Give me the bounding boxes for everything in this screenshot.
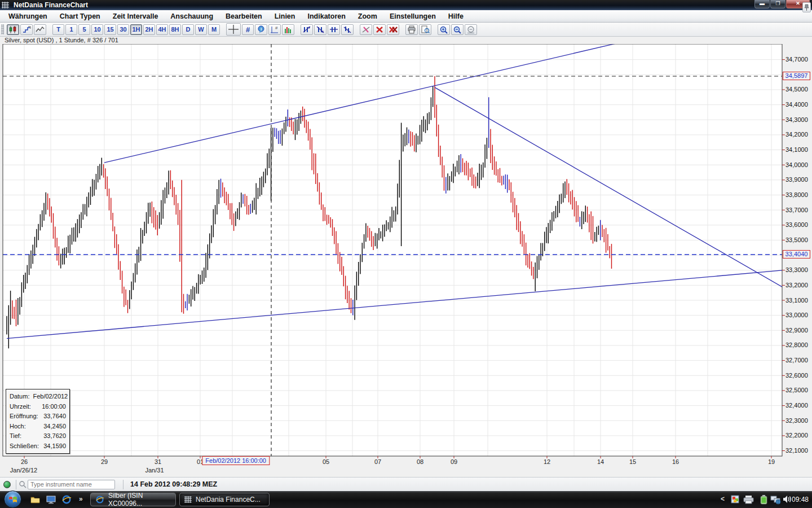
crosshair-date-label: Feb/02/2012 16:00:00	[202, 456, 270, 465]
start-button[interactable]	[4, 491, 21, 508]
x-axis-label: 31	[155, 458, 161, 465]
zoom-in-button[interactable]	[438, 24, 450, 35]
x-axis-label: 07	[374, 458, 381, 465]
toolbar: T151015301H2H4H8HDWM#i#	[0, 23, 812, 37]
trend-tool-2-icon	[316, 25, 325, 34]
y-axis-label: 34,1000	[785, 146, 808, 153]
menu-item-chart-typen[interactable]: Chart Typen	[54, 11, 107, 21]
menu-item-hilfe[interactable]: Hilfe	[442, 11, 470, 21]
minimize-button[interactable]: ▬	[754, 0, 770, 8]
y-axis-label: 33,9000	[785, 176, 808, 183]
print-preview-button[interactable]	[419, 24, 431, 35]
timeframe-t-button[interactable]: T	[52, 24, 64, 35]
delete-all-lines-button[interactable]	[387, 24, 399, 35]
timeframe-10-button[interactable]: 10	[91, 24, 103, 35]
quicklaunch-ie-icon[interactable]	[61, 494, 72, 505]
menu-item-einstellungen[interactable]: Einstellungen	[383, 11, 442, 21]
remove-line-icon	[361, 25, 370, 34]
crosshair-icon	[228, 24, 239, 34]
status-timestamp: 14 Feb 2012 09:48:29 MEZ	[130, 480, 217, 488]
remove-line-button[interactable]	[360, 24, 372, 35]
timeframe-w-button[interactable]: W	[195, 24, 207, 35]
taskbar-button-2[interactable]: NetDania FinanceC...	[179, 493, 270, 506]
pin-icon[interactable]	[802, 2, 811, 12]
zoom-out-button[interactable]	[451, 24, 464, 35]
y-axis-label: 32,6000	[785, 372, 808, 379]
candlestick-chart-icon	[8, 25, 17, 34]
timeframe-4h-button[interactable]: 4H	[156, 24, 168, 35]
tray-speaker-icon[interactable]	[783, 495, 792, 503]
hash-button[interactable]: #	[242, 24, 254, 35]
instrument-search-input[interactable]	[28, 480, 115, 489]
timeframe-30-button[interactable]: 30	[117, 24, 129, 35]
chart-area[interactable]: 34,700034,500034,400034,300034,200034,10…	[0, 44, 812, 477]
taskbar: » Silber (ISIN XC00096...NetDania Financ…	[0, 491, 812, 508]
menu-item-anschauung[interactable]: Anschauung	[164, 11, 219, 21]
app-icon	[2, 2, 9, 8]
timeframe-1-button[interactable]: 1	[65, 24, 77, 35]
menu-item-währungen[interactable]: Währungen	[2, 11, 54, 21]
svg-text:#: #	[275, 25, 278, 30]
timeframe-d-button[interactable]: D	[182, 24, 194, 35]
x-axis-date-label: Jan/31	[145, 467, 164, 474]
y-axis-label: 32,8000	[785, 341, 808, 348]
x-axis-label: 05	[323, 458, 329, 465]
x-axis-label: 14	[597, 458, 604, 465]
tray-network-icon[interactable]	[770, 495, 782, 505]
quicklaunch-folder-icon[interactable]	[29, 494, 41, 505]
menu-item-indikatoren[interactable]: Indikatoren	[301, 11, 351, 21]
trend-tool-1-button[interactable]	[301, 24, 313, 35]
timeframe-15-button[interactable]: 15	[104, 24, 116, 35]
print-button[interactable]	[405, 24, 418, 35]
trend-tool-3-button[interactable]	[328, 24, 340, 35]
tray-printer-icon[interactable]	[743, 495, 754, 504]
menu-item-zeit-intervalle[interactable]: Zeit Intervalle	[107, 11, 165, 21]
timeframe-1h-button[interactable]: 1H	[130, 24, 142, 35]
y-axis-label: 32,7000	[785, 357, 808, 364]
y-axis-label: 34,5000	[785, 86, 808, 93]
y-axis-label: 34,7000	[785, 56, 808, 63]
x-axis-label: 12	[544, 458, 550, 465]
timeframe-m-button[interactable]: M	[208, 24, 220, 35]
tooltip-row: Tief:33,7620	[10, 431, 66, 441]
zoom-reset-button[interactable]	[465, 24, 477, 35]
info-balloon-button[interactable]: i	[255, 24, 267, 35]
timeframe-5-button[interactable]: 5	[78, 24, 90, 35]
tooltip-row: Uhrzeit:16:00:00	[10, 402, 66, 412]
taskbar-button-label: NetDania FinanceC...	[196, 496, 261, 503]
x-axis-date-label: Jan/26/12	[10, 467, 37, 474]
restore-button[interactable]: ❐	[770, 0, 785, 8]
tray-app-icon[interactable]	[730, 495, 740, 504]
y-axis-label: 32,9000	[785, 327, 808, 334]
chart-canvas[interactable]	[0, 44, 812, 477]
y-axis-label: 33,0000	[785, 312, 808, 318]
timeframe-2h-button[interactable]: 2H	[143, 24, 155, 35]
volume-button[interactable]	[282, 24, 294, 35]
trend-tool-2-button[interactable]	[314, 24, 326, 35]
trend-tool-4-button[interactable]	[341, 24, 354, 35]
status-bar: 14 Feb 2012 09:48:29 MEZ	[0, 477, 812, 491]
price-marks-icon: #	[270, 25, 279, 34]
trend-tool-3-icon	[329, 25, 338, 34]
taskbar-button-1[interactable]: Silber (ISIN XC00096...	[90, 493, 176, 506]
quicklaunch-desktop-icon[interactable]	[45, 494, 56, 505]
tooltip-row: Datum:Feb/02/2012	[10, 392, 66, 402]
delete-line-button[interactable]	[373, 24, 386, 35]
ohlc-step-chart-button[interactable]	[20, 24, 33, 35]
line-chart-button[interactable]	[34, 24, 46, 35]
tray-expand-chevron[interactable]: <	[721, 495, 725, 503]
current-price-label: 33,4040	[783, 250, 810, 259]
menu-item-bearbeiten[interactable]: Bearbeiten	[219, 11, 268, 21]
tray-battery-icon[interactable]	[760, 495, 767, 505]
menu-item-linien[interactable]: Linien	[268, 11, 302, 21]
candlestick-chart-button[interactable]	[7, 24, 19, 35]
crosshair-button[interactable]	[226, 23, 241, 36]
ie-icon	[95, 495, 104, 504]
x-axis-label: 15	[629, 458, 636, 465]
quicklaunch-overflow-chevron[interactable]: »	[79, 495, 83, 503]
price-marks-button[interactable]: #	[268, 24, 281, 35]
tooltip-row: Hoch:34,2450	[10, 422, 66, 432]
timeframe-8h-button[interactable]: 8H	[169, 24, 181, 35]
y-axis-label: 34,4000	[785, 101, 808, 108]
menu-item-zoom[interactable]: Zoom	[352, 11, 383, 21]
